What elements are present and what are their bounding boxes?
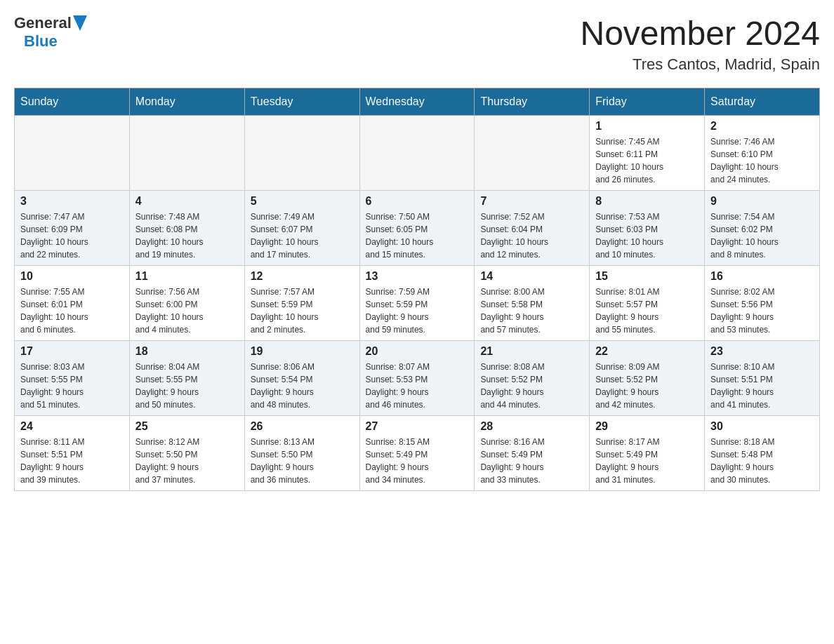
day-number: 8 <box>595 195 699 208</box>
day-number: 18 <box>135 345 239 358</box>
calendar-week-1: 1Sunrise: 7:45 AM Sunset: 6:11 PM Daylig… <box>15 116 820 191</box>
day-number: 10 <box>20 270 124 283</box>
day-info: Sunrise: 7:54 AM Sunset: 6:02 PM Dayligh… <box>710 210 814 261</box>
day-info: Sunrise: 8:02 AM Sunset: 5:56 PM Dayligh… <box>710 286 814 336</box>
day-number: 15 <box>595 270 699 283</box>
day-info: Sunrise: 8:17 AM Sunset: 5:49 PM Dayligh… <box>595 436 699 486</box>
day-info: Sunrise: 8:11 AM Sunset: 5:51 PM Dayligh… <box>20 436 124 486</box>
calendar-cell: 23Sunrise: 8:10 AM Sunset: 5:51 PM Dayli… <box>705 341 820 416</box>
day-info: Sunrise: 8:10 AM Sunset: 5:51 PM Dayligh… <box>710 361 814 411</box>
day-number: 27 <box>366 420 469 433</box>
day-info: Sunrise: 7:57 AM Sunset: 5:59 PM Dayligh… <box>251 286 354 336</box>
calendar-cell: 1Sunrise: 7:45 AM Sunset: 6:11 PM Daylig… <box>590 116 705 191</box>
day-number: 17 <box>20 345 124 358</box>
day-number: 19 <box>251 345 354 358</box>
day-number: 3 <box>20 195 124 208</box>
day-info: Sunrise: 8:03 AM Sunset: 5:55 PM Dayligh… <box>20 361 124 411</box>
calendar-cell: 24Sunrise: 8:11 AM Sunset: 5:51 PM Dayli… <box>15 416 130 491</box>
calendar-cell: 18Sunrise: 8:04 AM Sunset: 5:55 PM Dayli… <box>129 341 244 416</box>
calendar-cell <box>359 116 475 191</box>
page-header: General Blue November 2024 Tres Cantos, … <box>14 14 820 74</box>
day-info: Sunrise: 7:55 AM Sunset: 6:01 PM Dayligh… <box>20 286 124 336</box>
calendar-week-2: 3Sunrise: 7:47 AM Sunset: 6:09 PM Daylig… <box>15 191 820 266</box>
day-info: Sunrise: 8:12 AM Sunset: 5:50 PM Dayligh… <box>135 436 239 486</box>
calendar-header-row: SundayMondayTuesdayWednesdayThursdayFrid… <box>15 88 820 116</box>
calendar-cell: 8Sunrise: 7:53 AM Sunset: 6:03 PM Daylig… <box>590 191 705 266</box>
day-number: 14 <box>480 270 583 283</box>
svg-marker-0 <box>73 15 87 31</box>
day-info: Sunrise: 7:50 AM Sunset: 6:05 PM Dayligh… <box>366 210 469 261</box>
calendar-cell: 29Sunrise: 8:17 AM Sunset: 5:49 PM Dayli… <box>590 416 705 491</box>
day-info: Sunrise: 8:08 AM Sunset: 5:52 PM Dayligh… <box>480 361 583 411</box>
calendar-cell: 17Sunrise: 8:03 AM Sunset: 5:55 PM Dayli… <box>15 341 130 416</box>
day-number: 29 <box>595 420 699 433</box>
calendar-cell <box>15 116 130 191</box>
calendar-cell <box>244 116 359 191</box>
calendar-table: SundayMondayTuesdayWednesdayThursdayFrid… <box>14 88 820 491</box>
header-day-tuesday: Tuesday <box>244 88 359 116</box>
header-day-monday: Monday <box>129 88 244 116</box>
day-info: Sunrise: 7:48 AM Sunset: 6:08 PM Dayligh… <box>135 210 239 261</box>
day-info: Sunrise: 8:09 AM Sunset: 5:52 PM Dayligh… <box>595 361 699 411</box>
day-info: Sunrise: 7:59 AM Sunset: 5:59 PM Dayligh… <box>366 286 469 336</box>
day-number: 23 <box>710 345 814 358</box>
calendar-cell: 9Sunrise: 7:54 AM Sunset: 6:02 PM Daylig… <box>705 191 820 266</box>
header-day-thursday: Thursday <box>475 88 590 116</box>
header-day-friday: Friday <box>590 88 705 116</box>
day-number: 11 <box>135 270 239 283</box>
day-number: 24 <box>20 420 124 433</box>
day-info: Sunrise: 7:53 AM Sunset: 6:03 PM Dayligh… <box>595 210 699 261</box>
calendar-cell <box>129 116 244 191</box>
day-info: Sunrise: 7:49 AM Sunset: 6:07 PM Dayligh… <box>251 210 354 261</box>
calendar-cell: 5Sunrise: 7:49 AM Sunset: 6:07 PM Daylig… <box>244 191 359 266</box>
day-number: 12 <box>251 270 354 283</box>
calendar-cell: 6Sunrise: 7:50 AM Sunset: 6:05 PM Daylig… <box>359 191 475 266</box>
day-number: 1 <box>595 120 699 133</box>
day-number: 22 <box>595 345 699 358</box>
day-info: Sunrise: 8:15 AM Sunset: 5:49 PM Dayligh… <box>366 436 469 486</box>
header-day-wednesday: Wednesday <box>359 88 475 116</box>
day-number: 4 <box>135 195 239 208</box>
subtitle: Tres Cantos, Madrid, Spain <box>580 55 820 74</box>
day-info: Sunrise: 8:04 AM Sunset: 5:55 PM Dayligh… <box>135 361 239 411</box>
day-number: 16 <box>710 270 814 283</box>
day-number: 7 <box>480 195 583 208</box>
day-info: Sunrise: 8:18 AM Sunset: 5:48 PM Dayligh… <box>710 436 814 486</box>
day-number: 30 <box>710 420 814 433</box>
calendar-cell: 10Sunrise: 7:55 AM Sunset: 6:01 PM Dayli… <box>15 266 130 341</box>
calendar-cell: 30Sunrise: 8:18 AM Sunset: 5:48 PM Dayli… <box>705 416 820 491</box>
logo-blue-text: Blue <box>24 32 58 51</box>
logo-general-text: General <box>14 14 72 32</box>
day-number: 13 <box>366 270 469 283</box>
day-number: 25 <box>135 420 239 433</box>
logo: General Blue <box>14 14 87 51</box>
calendar-cell: 28Sunrise: 8:16 AM Sunset: 5:49 PM Dayli… <box>475 416 590 491</box>
day-info: Sunrise: 7:46 AM Sunset: 6:10 PM Dayligh… <box>710 135 814 186</box>
day-info: Sunrise: 7:45 AM Sunset: 6:11 PM Dayligh… <box>595 135 699 186</box>
calendar-cell: 2Sunrise: 7:46 AM Sunset: 6:10 PM Daylig… <box>705 116 820 191</box>
calendar-cell: 14Sunrise: 8:00 AM Sunset: 5:58 PM Dayli… <box>475 266 590 341</box>
day-info: Sunrise: 8:07 AM Sunset: 5:53 PM Dayligh… <box>366 361 469 411</box>
day-number: 21 <box>480 345 583 358</box>
calendar-cell: 25Sunrise: 8:12 AM Sunset: 5:50 PM Dayli… <box>129 416 244 491</box>
calendar-cell: 20Sunrise: 8:07 AM Sunset: 5:53 PM Dayli… <box>359 341 475 416</box>
calendar-cell: 19Sunrise: 8:06 AM Sunset: 5:54 PM Dayli… <box>244 341 359 416</box>
day-number: 9 <box>710 195 814 208</box>
calendar-week-4: 17Sunrise: 8:03 AM Sunset: 5:55 PM Dayli… <box>15 341 820 416</box>
calendar-cell: 13Sunrise: 7:59 AM Sunset: 5:59 PM Dayli… <box>359 266 475 341</box>
title-section: November 2024 Tres Cantos, Madrid, Spain <box>580 14 820 74</box>
main-title: November 2024 <box>580 14 820 53</box>
calendar-cell: 7Sunrise: 7:52 AM Sunset: 6:04 PM Daylig… <box>475 191 590 266</box>
day-info: Sunrise: 8:06 AM Sunset: 5:54 PM Dayligh… <box>251 361 354 411</box>
day-number: 6 <box>366 195 469 208</box>
logo-triangle-icon <box>73 15 87 31</box>
day-number: 2 <box>710 120 814 133</box>
calendar-cell <box>475 116 590 191</box>
calendar-cell: 26Sunrise: 8:13 AM Sunset: 5:50 PM Dayli… <box>244 416 359 491</box>
day-info: Sunrise: 7:52 AM Sunset: 6:04 PM Dayligh… <box>480 210 583 261</box>
calendar-cell: 16Sunrise: 8:02 AM Sunset: 5:56 PM Dayli… <box>705 266 820 341</box>
header-day-sunday: Sunday <box>15 88 130 116</box>
day-number: 20 <box>366 345 469 358</box>
calendar-cell: 27Sunrise: 8:15 AM Sunset: 5:49 PM Dayli… <box>359 416 475 491</box>
calendar-cell: 21Sunrise: 8:08 AM Sunset: 5:52 PM Dayli… <box>475 341 590 416</box>
